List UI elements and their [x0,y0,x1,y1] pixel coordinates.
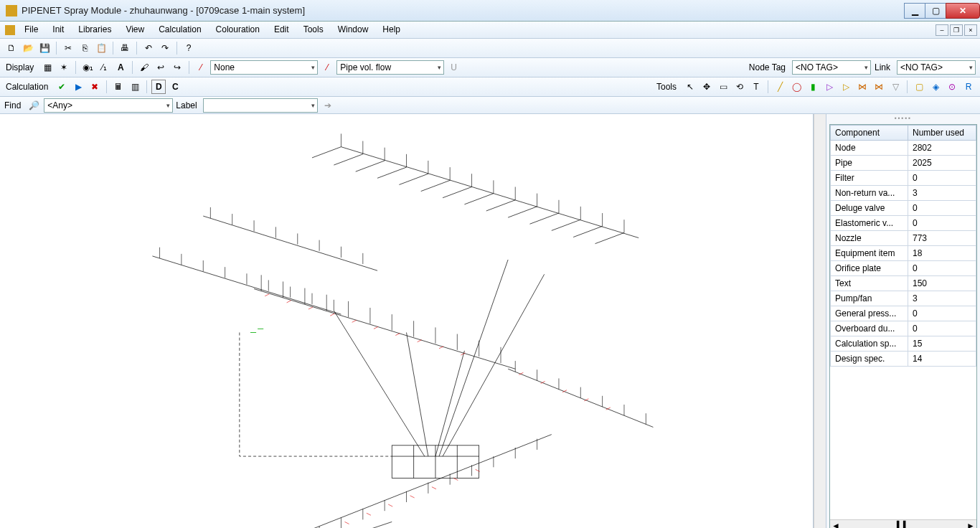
mdi-restore[interactable]: ❐ [950,24,963,36]
link-label: Link [873,62,895,72]
properties-hscroll[interactable]: ◄▍▍► [830,519,976,528]
run-icon[interactable]: ▶ [71,80,85,94]
help-icon[interactable]: ? [182,41,196,55]
equipment-icon[interactable]: ▢ [912,80,926,94]
tag1-icon[interactable]: ◉₁ [80,60,95,75]
menu-init[interactable]: Init [45,22,71,38]
snap-icon[interactable]: ✶ [57,60,71,75]
table-row[interactable]: Filter0 [831,171,976,186]
grid-icon[interactable]: ▦ [40,60,55,75]
prop-header-number[interactable]: Number used [908,126,976,141]
app-menu-icon [3,22,17,38]
nozzle-icon[interactable]: ▽ [888,80,903,94]
table-row[interactable]: Non-return va...3 [831,186,976,201]
arrow-left-icon[interactable]: ↩ [154,60,168,75]
select-rect-icon[interactable]: ▭ [716,80,730,94]
menu-view[interactable]: View [118,22,151,38]
node-icon[interactable]: ◯ [789,80,804,94]
window-buttons [905,3,980,19]
table-row[interactable]: Node2802 [831,141,976,156]
tagA-icon[interactable]: A [113,60,128,75]
d-button[interactable]: D [151,80,166,94]
pointer-icon[interactable]: ↖ [683,80,697,94]
table-row[interactable]: Nozzle773 [831,231,976,246]
prop-cell-name: Calculation sp... [831,336,908,352]
menu-help[interactable]: Help [375,22,407,38]
display-combo-2[interactable]: Pipe vol. flow [336,60,444,75]
save-icon[interactable]: 💾 [37,41,52,55]
deluge-icon[interactable]: ▷ [839,80,853,94]
display-combo-1[interactable]: None [210,60,318,75]
open-icon[interactable]: 📂 [21,41,35,55]
move-icon[interactable]: ✥ [699,80,714,94]
copy-icon[interactable]: ⎘ [77,41,92,55]
print-icon[interactable]: 🖶 [118,41,132,55]
nonreturn-icon[interactable]: ▷ [822,80,837,94]
rotate-icon[interactable]: ⟲ [732,80,747,94]
menu-libraries[interactable]: Libraries [71,22,118,38]
table-row[interactable]: Calculation sp...15 [831,336,976,352]
flow-prefix-icon[interactable]: ∕ [320,60,334,75]
table-row[interactable]: Pump/fan3 [831,291,976,306]
go-icon[interactable]: ➔ [321,98,335,113]
filter-icon[interactable]: ▮ [806,80,820,94]
prop-cell-value: 3 [908,291,976,306]
new-icon[interactable]: 🗋 [4,41,19,55]
pipe-icon[interactable]: ╱ [773,80,787,94]
break-icon[interactable]: ✖ [88,80,102,94]
undo-icon[interactable]: ↶ [141,41,156,55]
menu-calculation[interactable]: Calculation [151,22,208,38]
table-row[interactable]: Deluge valve0 [831,201,976,216]
menu-tools[interactable]: Tools [296,22,331,38]
prop-cell-value: 0 [908,216,976,231]
table-row[interactable]: Elastomeric v...0 [831,216,976,231]
c-button[interactable]: C [168,80,182,94]
vertical-scrollbar[interactable] [814,114,826,528]
table-row[interactable]: Overboard du...0 [831,321,976,336]
menu-edit[interactable]: Edit [267,22,296,38]
menu-colouration[interactable]: Colouration [209,22,267,38]
binoculars-icon[interactable]: 🔎 [27,98,41,113]
close-button[interactable] [946,3,980,19]
menu-file[interactable]: File [17,22,45,38]
find-any-combo[interactable]: <Any> [44,98,173,113]
prop-cell-value: 2025 [908,156,976,171]
paste-icon[interactable]: 📋 [94,41,108,55]
tag2-icon[interactable]: ∕₁ [97,60,111,75]
menu-window[interactable]: Window [331,22,376,38]
check-icon[interactable]: ✔ [55,80,69,94]
redo-icon[interactable]: ↷ [158,41,172,55]
overboard-icon[interactable]: R [961,80,976,94]
none-prefix-icon[interactable]: ∕ [194,60,208,75]
find-label: Find [4,100,24,110]
valve2-icon[interactable]: ⋈ [872,80,886,94]
table-row[interactable]: Design spec.14 [831,352,976,367]
valve1-icon[interactable]: ⋈ [855,80,870,94]
table-row[interactable]: Orifice plate0 [831,261,976,276]
table-row[interactable]: Pipe2025 [831,156,976,171]
mdi-minimize[interactable]: – [936,24,948,36]
cut-icon[interactable]: ✂ [61,41,75,55]
panel-grip[interactable]: ▪▪▪▪▪ [826,114,980,121]
table-row[interactable]: Equipment item18 [831,246,976,261]
orifice-icon[interactable]: ◈ [928,80,943,94]
find-label-combo[interactable] [203,98,318,113]
canvas-area[interactable] [0,114,814,528]
table-row[interactable]: Text150 [831,276,976,291]
paint-icon[interactable]: 🖌 [137,60,151,75]
pump-icon[interactable]: ⊙ [945,80,959,94]
calculation-label: Calculation [4,82,52,92]
table-row[interactable]: General press...0 [831,306,976,321]
node-tag-combo[interactable]: <NO TAG> [792,60,871,75]
minimize-button[interactable] [904,3,925,19]
link-combo[interactable]: <NO TAG> [897,60,976,75]
display-toolbar: Display ▦ ✶ ◉₁ ∕₁ A 🖌 ↩ ↪ ∕ None ∕ Pipe … [0,58,980,77]
calc-tool-icon[interactable]: 🖩 [111,80,126,94]
mdi-close[interactable]: × [964,24,977,36]
prop-cell-name: Equipment item [831,246,908,261]
mask-icon[interactable]: ▥ [128,80,142,94]
maximize-button[interactable] [925,3,946,19]
arrow-right-icon[interactable]: ↪ [170,60,184,75]
text-icon[interactable]: T [749,80,763,94]
prop-header-component[interactable]: Component [831,126,908,141]
